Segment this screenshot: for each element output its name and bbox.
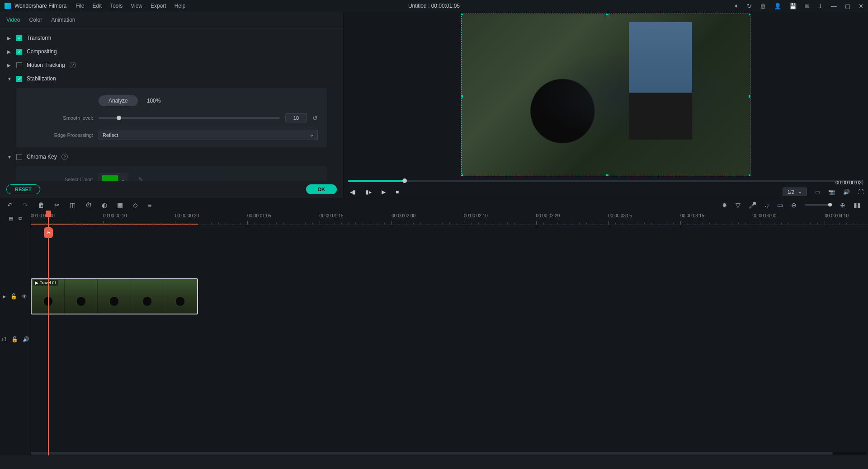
voiceover-icon[interactable]: 🎤 (749, 202, 756, 209)
app-logo-icon (5, 3, 11, 9)
zoom-fit-icon[interactable]: ▮▮ (854, 202, 861, 209)
edge-processing-select[interactable]: Reflect ⌄ (99, 130, 318, 140)
timeline-scrollbar[interactable] (31, 452, 866, 455)
mixer-icon[interactable]: ♫ (764, 202, 769, 209)
mute-icon[interactable]: 🔊 (23, 336, 29, 342)
prev-frame-button[interactable]: ◂▮ (350, 189, 356, 195)
zoom-out-icon[interactable]: ⊖ (791, 202, 797, 209)
marker-icon[interactable]: ▽ (736, 202, 741, 209)
section-stabilization[interactable]: ▼ ✓ Stabilization (0, 72, 343, 85)
timeline-toolbar: ↶ ↷ 🗑 ✂ ◫ ⏱ ◐ ▦ ◇ ≡ ✸ ▽ 🎤 ♫ ▭ ⊖ ⊕ ▮▮ (0, 198, 868, 211)
color-select[interactable]: ⌄ (99, 174, 128, 181)
menu-edit[interactable]: Edit (93, 3, 102, 9)
transform-label: Transform (27, 35, 51, 41)
maximize-icon[interactable]: ▢ (845, 3, 850, 9)
crop-icon[interactable]: ◫ (70, 202, 75, 209)
transform-checkbox[interactable]: ✓ (16, 35, 22, 41)
section-chroma-key[interactable]: ▼ Chroma Key ? (0, 150, 343, 164)
smooth-level-slider[interactable] (99, 117, 280, 119)
color-swatch (102, 175, 118, 181)
section-motion-tracking[interactable]: ▶ Motion Tracking ? (0, 58, 343, 72)
menu-export[interactable]: Export (151, 3, 166, 9)
ok-button[interactable]: OK (306, 184, 337, 194)
visibility-icon[interactable]: 👁 (22, 293, 27, 300)
settings-icon[interactable]: ≡ (148, 202, 151, 209)
menu-tools[interactable]: Tools (110, 3, 123, 9)
video-track-icon[interactable]: ▸ (3, 293, 6, 300)
tab-video[interactable]: Video (6, 15, 20, 24)
tips-icon[interactable]: ✦ (734, 3, 739, 9)
account-icon[interactable]: 👤 (774, 3, 781, 9)
stop-button[interactable]: ■ (396, 189, 399, 195)
disclose-icon[interactable]: ▼ (7, 155, 12, 159)
green-screen-icon[interactable]: ▦ (117, 202, 123, 209)
preview-video-frame[interactable] (461, 14, 750, 176)
menu-view[interactable]: View (131, 3, 142, 9)
chevron-down-icon: ⌄ (798, 189, 802, 195)
motion-tracking-checkbox[interactable] (16, 62, 22, 68)
zoom-slider[interactable] (805, 204, 832, 206)
disclose-icon[interactable]: ▶ (7, 49, 12, 54)
redo-icon[interactable]: ↷ (23, 202, 28, 209)
stabilization-controls: Analyze 100% Smooth level: 10 ↺ Edge Pro… (16, 88, 327, 147)
preview-scrubber[interactable]: { } (348, 180, 863, 182)
trash-icon[interactable]: 🗑 (760, 3, 766, 9)
speed-icon[interactable]: ⏱ (85, 202, 92, 209)
color-icon[interactable]: ◐ (102, 202, 107, 209)
undo-icon[interactable]: ↶ (7, 202, 13, 209)
project-title: Untitled : 00:00:01:05 (408, 3, 460, 9)
play-button[interactable]: ▶ (382, 189, 386, 195)
audio-icon[interactable]: 🔊 (843, 189, 850, 195)
tab-color[interactable]: Color (29, 15, 42, 24)
split-icon[interactable]: ✂ (54, 202, 60, 209)
eyedropper-icon[interactable]: ✎ (138, 176, 143, 181)
keyframe-icon[interactable]: ◇ (133, 202, 138, 209)
playback-quality-select[interactable]: 1/2⌄ (783, 188, 807, 196)
split-handle-icon[interactable]: ✂ (44, 227, 53, 238)
section-transform[interactable]: ▶ ✓ Transform (0, 31, 343, 45)
ruler-tick: 00:00:03:15 (680, 213, 704, 218)
display-icon[interactable]: ▭ (815, 189, 820, 195)
ruler-tick: 00:00:03:05 (608, 213, 632, 218)
timeline-clip[interactable]: ▶Travel 01 (31, 278, 198, 314)
compositing-checkbox[interactable]: ✓ (16, 49, 22, 55)
fullscreen-icon[interactable]: ⛶ (858, 189, 863, 195)
sync-icon[interactable]: ↻ (747, 3, 752, 9)
link-icon[interactable]: ⧉ (19, 216, 22, 221)
ruler-tick: 00:00:00:10 (103, 213, 127, 218)
timeline-ruler[interactable]: 00:00:00:0000:00:00:1000:00:00:2000:00:0… (31, 211, 868, 225)
timeline-main[interactable]: 00:00:00:0000:00:00:1000:00:00:2000:00:0… (31, 211, 868, 455)
analyze-button[interactable]: Analyze (99, 95, 138, 106)
disclose-icon[interactable]: ▼ (7, 76, 12, 81)
zoom-in-icon[interactable]: ⊕ (840, 202, 845, 209)
delete-icon[interactable]: 🗑 (38, 202, 44, 209)
reset-button[interactable]: RESET (6, 184, 40, 194)
snapshot-icon[interactable]: 📷 (828, 189, 835, 195)
menu-file[interactable]: File (75, 3, 84, 9)
reset-icon[interactable]: ↺ (312, 114, 318, 122)
menu-help[interactable]: Help (175, 3, 186, 9)
track-manage-icon[interactable]: ▤ (9, 216, 13, 221)
smooth-level-value[interactable]: 10 (285, 113, 307, 122)
section-compositing[interactable]: ▶ ✓ Compositing (0, 45, 343, 58)
tab-animation[interactable]: Animation (51, 15, 75, 24)
playhead[interactable]: ✂ (48, 211, 49, 455)
download-icon[interactable]: ⤓ (818, 3, 823, 9)
help-icon[interactable]: ? (70, 62, 76, 68)
stabilization-checkbox[interactable]: ✓ (16, 76, 22, 82)
close-icon[interactable]: ✕ (859, 3, 863, 9)
next-frame-button[interactable]: ▮▸ (366, 189, 372, 195)
notification-icon[interactable]: ✉ (805, 3, 810, 9)
lock-icon[interactable]: 🔓 (11, 336, 18, 342)
aspect-icon[interactable]: ▭ (777, 202, 783, 209)
save-icon[interactable]: 💾 (789, 3, 797, 9)
lock-icon[interactable]: 🔓 (10, 293, 17, 300)
help-icon[interactable]: ? (61, 154, 68, 160)
disclose-icon[interactable]: ▶ (7, 36, 12, 41)
render-icon[interactable]: ✸ (722, 202, 727, 209)
main-menu: File Edit Tools View Export Help (75, 3, 185, 9)
minimize-icon[interactable]: — (831, 3, 837, 9)
chroma-key-checkbox[interactable] (16, 154, 22, 160)
disclose-icon[interactable]: ▶ (7, 63, 12, 68)
analyze-percent: 100% (147, 98, 161, 104)
